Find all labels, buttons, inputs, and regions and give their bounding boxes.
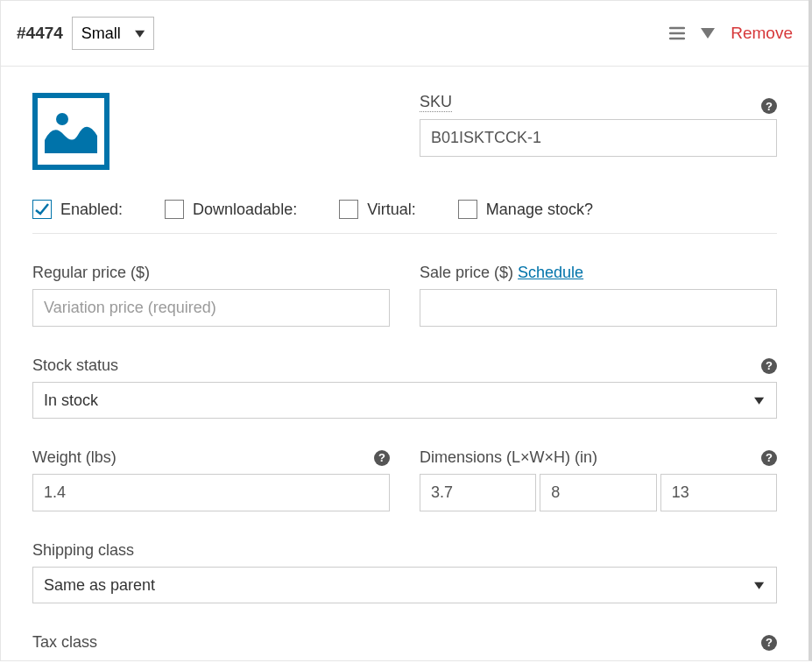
dimensions-field: Dimensions (L×W×H) (in) ?	[420, 448, 777, 511]
sku-field: SKU ?	[420, 93, 777, 157]
attribute-select[interactable]: Small	[72, 17, 154, 50]
sale-price-input[interactable]	[420, 289, 777, 327]
dimensions-inputs	[420, 474, 777, 511]
dimensions-label: Dimensions (L×W×H) (in)	[420, 448, 597, 467]
help-icon[interactable]: ?	[761, 450, 777, 466]
variation-header[interactable]: #4474 Small Remove	[1, 0, 808, 67]
tax-class-field: Tax class ?	[32, 633, 777, 652]
downloadable-option[interactable]: Downloadable:	[165, 200, 297, 219]
regular-price-input[interactable]	[32, 289, 390, 327]
length-input[interactable]	[420, 474, 536, 511]
variation-panel: #4474 Small Remove	[0, 0, 812, 661]
enabled-label: Enabled:	[60, 201, 123, 219]
sale-price-label: Sale price ($) Schedule	[420, 264, 777, 282]
remove-link[interactable]: Remove	[731, 24, 793, 43]
stock-status-label: Stock status	[32, 356, 118, 375]
width-input[interactable]	[540, 474, 656, 511]
weight-dims-row: Weight (lbs) ? Dimensions (L×W×H) (in) ?	[32, 448, 777, 511]
manage-stock-label: Manage stock?	[486, 201, 593, 219]
menu-icon[interactable]	[669, 26, 685, 40]
upload-image-button[interactable]	[32, 93, 109, 170]
image-icon	[45, 105, 97, 158]
tax-class-label: Tax class	[32, 633, 97, 652]
enabled-option[interactable]: Enabled:	[32, 200, 123, 219]
manage-stock-option[interactable]: Manage stock?	[458, 200, 593, 219]
thumbnail-cell	[32, 93, 390, 170]
weight-field: Weight (lbs) ?	[32, 448, 390, 511]
shipping-class-label: Shipping class	[32, 541, 777, 560]
stock-status-select[interactable]: In stock	[32, 382, 777, 419]
help-icon[interactable]: ?	[761, 358, 777, 374]
help-icon[interactable]: ?	[761, 98, 777, 114]
enabled-checkbox[interactable]	[32, 200, 52, 219]
svg-point-5	[56, 113, 68, 125]
sale-price-field: Sale price ($) Schedule	[420, 264, 777, 327]
shipping-class-select-wrap: Same as parent	[32, 567, 777, 603]
variation-id: #4474	[17, 24, 63, 43]
variation-header-actions: Remove	[669, 24, 793, 43]
options-row: Enabled: Downloadable: Virtual: Manage s…	[32, 200, 777, 234]
virtual-checkbox[interactable]	[339, 200, 358, 219]
weight-input[interactable]	[32, 474, 390, 511]
variation-body: SKU ? Enabled: Downloadable:	[1, 67, 808, 660]
stock-status-select-wrap: In stock	[32, 382, 777, 419]
shipping-class-field: Shipping class Same as parent	[32, 541, 777, 603]
top-grid: SKU ?	[32, 93, 777, 170]
sku-input[interactable]	[420, 119, 777, 157]
height-input[interactable]	[660, 474, 777, 511]
shipping-class-select[interactable]: Same as parent	[32, 567, 777, 603]
attribute-select-wrap: Small	[72, 17, 154, 50]
regular-price-field: Regular price ($)	[32, 264, 390, 327]
manage-stock-checkbox[interactable]	[458, 200, 477, 219]
virtual-label: Virtual:	[367, 201, 416, 219]
caret-down-icon[interactable]	[701, 28, 715, 39]
sku-label: SKU	[420, 93, 452, 112]
weight-label: Weight (lbs)	[32, 448, 117, 467]
downloadable-label: Downloadable:	[193, 201, 297, 219]
help-icon[interactable]: ?	[761, 635, 777, 651]
virtual-option[interactable]: Virtual:	[339, 200, 416, 219]
regular-price-label: Regular price ($)	[32, 264, 390, 282]
svg-marker-3	[701, 28, 715, 39]
sale-price-label-text: Sale price ($)	[420, 264, 513, 281]
help-icon[interactable]: ?	[374, 450, 390, 466]
downloadable-checkbox[interactable]	[165, 200, 184, 219]
stock-status-field: Stock status ? In stock	[32, 356, 777, 419]
price-row: Regular price ($) Sale price ($) Schedul…	[32, 264, 777, 327]
schedule-link[interactable]: Schedule	[518, 264, 583, 281]
